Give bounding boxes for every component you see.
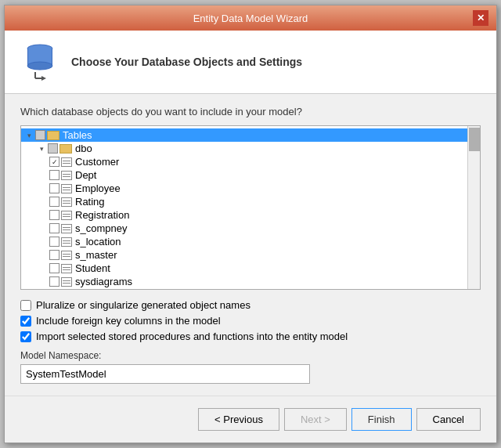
checkbox-foreignkey[interactable] [20, 316, 31, 327]
title-bar: Entity Data Model Wizard ✕ [5, 5, 496, 31]
list-item[interactable]: sysdiagrams [21, 275, 467, 288]
scrollbar-thumb[interactable] [469, 128, 480, 151]
svg-point-2 [27, 62, 52, 70]
svg-rect-4 [52, 49, 52, 66]
tree-root-tables[interactable]: ▾ Tables [21, 128, 467, 142]
list-item[interactable]: Customer [21, 155, 467, 168]
table-icon-rating [61, 197, 72, 207]
checkbox-slocation[interactable] [49, 237, 59, 247]
options-section: Pluralize or singularize generated objec… [20, 299, 481, 342]
item-label-dept: Dept [75, 169, 96, 181]
checkbox-storedproc[interactable] [20, 331, 31, 342]
item-label-customer: Customer [75, 156, 119, 168]
table-icon-student [61, 264, 72, 273]
cancel-button[interactable]: Cancel [416, 408, 481, 431]
question-label: Which database objects do you want to in… [20, 106, 481, 117]
option-label-storedproc: Import selected stored procedures and fu… [36, 331, 348, 342]
namespace-section: Model Namespace: [20, 350, 481, 384]
list-item[interactable]: Registration [21, 208, 467, 222]
tree-container[interactable]: ▾ Tables ▾ dbo Customer [20, 125, 481, 290]
item-label-scompney: s_compney [75, 222, 127, 234]
option-row-1: Pluralize or singularize generated objec… [20, 299, 481, 311]
header-title: Choose Your Database Objects and Setting… [71, 56, 302, 68]
checkbox-student[interactable] [49, 263, 59, 273]
wizard-window: Entity Data Model Wizard ✕ Choose Your D… [4, 5, 497, 443]
option-label-pluralize: Pluralize or singularize generated objec… [36, 299, 250, 311]
expand-dbo-icon: ▾ [37, 144, 46, 154]
tree-dbo-label: dbo [75, 143, 92, 154]
database-icon [20, 42, 59, 81]
list-item[interactable]: s_compney [21, 222, 467, 235]
header-section: Choose Your Database Objects and Setting… [5, 31, 496, 94]
table-icon-customer [61, 157, 72, 167]
table-icon-dept [61, 171, 72, 180]
item-label-rating: Rating [75, 196, 105, 208]
item-label-slocation: s_location [75, 236, 121, 247]
table-icon-employee [61, 184, 72, 193]
close-button[interactable]: ✕ [473, 10, 488, 26]
checkbox-smaster[interactable] [49, 250, 59, 260]
next-button[interactable]: Next > [284, 408, 347, 431]
list-item[interactable]: s_location [21, 235, 467, 248]
previous-button[interactable]: < Previous [198, 408, 279, 431]
svg-marker-7 [41, 76, 46, 81]
option-row-3: Import selected stored procedures and fu… [20, 331, 481, 342]
checkbox-dept[interactable] [49, 170, 59, 180]
list-item[interactable]: Rating [21, 195, 467, 208]
content-area: Which database objects do you want to in… [5, 94, 496, 396]
checkbox-dbo[interactable] [48, 143, 58, 154]
finish-button[interactable]: Finish [351, 408, 412, 431]
folder-icon-tables [47, 131, 59, 140]
table-icon-scompney [61, 224, 72, 233]
table-icon-smaster [61, 251, 72, 260]
checkbox-sysdiagrams[interactable] [49, 276, 59, 287]
list-item[interactable]: Dept [21, 168, 467, 182]
item-label-student: Student [75, 262, 110, 274]
item-label-smaster: s_master [75, 249, 117, 261]
namespace-label: Model Namespace: [20, 350, 481, 361]
list-item[interactable]: Student [21, 262, 467, 275]
option-row-2: Include foreign key columns in the model [20, 315, 481, 327]
tree-content: ▾ Tables ▾ dbo Customer [21, 126, 467, 290]
item-label-registration: Registration [75, 209, 129, 221]
tree-dbo[interactable]: ▾ dbo [21, 142, 467, 155]
expand-tables-icon: ▾ [24, 131, 34, 140]
option-label-foreignkey: Include foreign key columns in the model [36, 315, 221, 327]
item-label-sysdiagrams: sysdiagrams [75, 276, 132, 287]
checkbox-registration[interactable] [49, 210, 59, 220]
item-label-employee: Employee [75, 182, 121, 194]
table-icon-registration [61, 211, 72, 220]
svg-rect-3 [27, 49, 28, 66]
list-item[interactable]: s_master [21, 248, 467, 262]
scrollbar-track[interactable] [467, 126, 480, 289]
namespace-input[interactable] [20, 364, 310, 384]
footer: < Previous Next > Finish Cancel [5, 396, 496, 443]
checkbox-employee[interactable] [49, 183, 59, 193]
folder-icon-dbo [59, 144, 72, 154]
table-icon-slocation [61, 237, 72, 247]
table-icon-sysdiagrams [61, 277, 72, 287]
window-title: Entity Data Model Wizard [28, 13, 473, 24]
checkbox-rating[interactable] [49, 197, 59, 207]
checkbox-pluralize[interactable] [20, 300, 31, 311]
checkbox-customer[interactable] [49, 157, 59, 167]
checkbox-scompney[interactable] [49, 223, 59, 233]
list-item[interactable]: Employee [21, 182, 467, 195]
tree-root-label: Tables [63, 129, 92, 141]
checkbox-tables[interactable] [35, 130, 45, 140]
